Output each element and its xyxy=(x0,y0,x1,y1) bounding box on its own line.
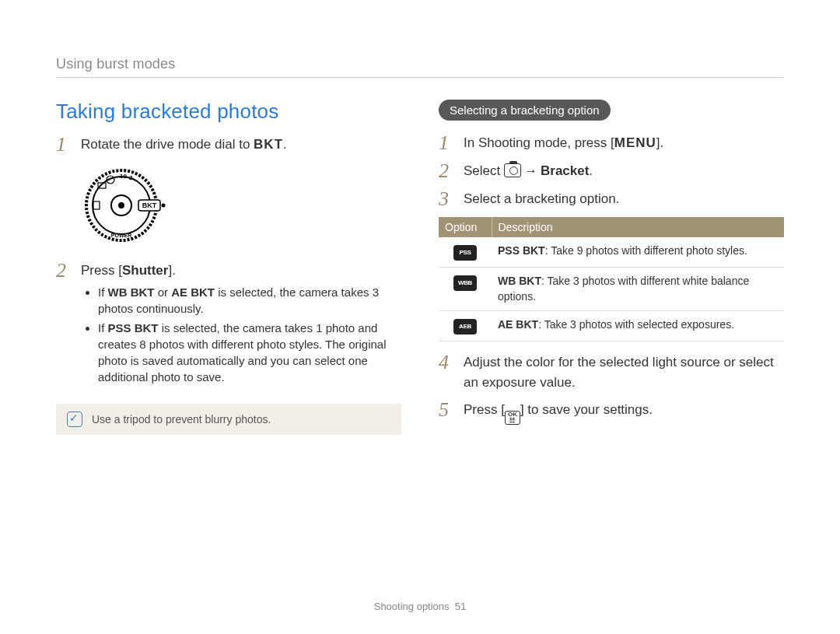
svg-text:POWER: POWER xyxy=(111,233,131,238)
step-number-1: 1 xyxy=(56,135,70,155)
drive-mode-dial-graphic: BKT POWER 10 2 xyxy=(82,163,401,251)
r-step-4-text: Adjust the color for the selected light … xyxy=(464,352,784,392)
wb-bkt-icon: WBB xyxy=(453,275,477,291)
row3-t: : Take 3 photos with selected exposures. xyxy=(538,318,734,331)
step-1: 1 Rotate the drive mode dial to BKT. xyxy=(56,135,401,155)
row1-t: : Take 9 photos with different photo sty… xyxy=(545,244,747,257)
svg-point-3 xyxy=(118,202,124,208)
step-2-body: Press [Shutter]. If WB BKT or AE BKT is … xyxy=(81,261,401,388)
row1-b: PSS BKT xyxy=(498,244,545,257)
step-2: 2 Press [Shutter]. If WB BKT or AE BKT i… xyxy=(56,261,401,388)
row3-desc: AE BKT: Take 3 photos with selected expo… xyxy=(492,311,784,342)
r-step-3-text: Select a bracketing option. xyxy=(464,189,784,209)
r-step-number-5: 5 xyxy=(439,400,453,425)
menu-icon-text: MENU xyxy=(614,135,656,150)
r-step-2: 2 Select →Bracket. xyxy=(439,161,784,181)
svg-text:10: 10 xyxy=(120,173,127,180)
r-step-5-text: Press [OK☷] to save your settings. xyxy=(464,400,784,425)
s2-post: . xyxy=(589,163,593,178)
ae-bkt-icon: AEB xyxy=(453,319,477,335)
tip-box: Use a tripod to prevent blurry photos. xyxy=(56,404,401,435)
s5-post: ] to save your settings. xyxy=(520,402,653,417)
subsection-pill: Selecting a bracketing option xyxy=(439,100,611,121)
r-step-number-1: 1 xyxy=(439,133,453,153)
svg-text:2: 2 xyxy=(129,174,133,181)
pss-bkt-icon: PSS xyxy=(453,245,477,261)
topic-heading: Taking bracketed photos xyxy=(56,100,401,124)
b1-pre: If xyxy=(98,285,108,299)
bullet-2: If PSS BKT is selected, the camera takes… xyxy=(98,320,401,385)
r-step-3: 3 Select a bracketing option. xyxy=(439,189,784,209)
r-step-4: 4 Adjust the color for the selected ligh… xyxy=(439,352,784,392)
right-column: Selecting a bracketing option 1 In Shoot… xyxy=(439,100,784,435)
tip-text: Use a tripod to prevent blurry photos. xyxy=(92,413,271,426)
step-1-text: Rotate the drive mode dial to BKT. xyxy=(81,135,401,155)
s2-pre: Select xyxy=(464,163,504,178)
svg-rect-12 xyxy=(93,201,100,209)
camera-icon xyxy=(504,163,521,177)
svg-text:BKT: BKT xyxy=(142,201,157,209)
table-row: PSS PSS BKT: Take 9 photos with differen… xyxy=(439,237,784,268)
footer-label: Shooting options xyxy=(374,601,450,612)
row3-b: AE BKT xyxy=(498,318,538,331)
arrow-icon: → xyxy=(524,163,537,178)
r-step-2-text: Select →Bracket. xyxy=(464,161,784,181)
row2-b: WB BKT xyxy=(498,275,541,287)
step-1-post: . xyxy=(283,137,287,152)
th-description: Description xyxy=(492,217,784,237)
step-1-pre: Rotate the drive mode dial to xyxy=(81,137,254,152)
left-column: Taking bracketed photos 1 Rotate the dri… xyxy=(56,100,401,435)
table-row: WBB WB BKT: Take 3 photos with different… xyxy=(439,268,784,311)
svg-point-6 xyxy=(162,204,166,208)
tip-check-icon xyxy=(67,412,82,427)
th-option: Option xyxy=(439,217,492,237)
s1-post: ]. xyxy=(656,135,663,150)
page-footer: Shooting options 51 xyxy=(0,601,840,612)
section-header: Using burst modes xyxy=(56,56,784,78)
bullet-1: If WB BKT or AE BKT is selected, the cam… xyxy=(98,284,401,317)
row1-desc: PSS BKT: Take 9 photos with different ph… xyxy=(492,237,784,268)
bracketing-options-table: Option Description PSS PSS BKT: Take 9 p… xyxy=(439,217,784,342)
row2-desc: WB BKT: Take 3 photos with different whi… xyxy=(492,268,784,311)
shutter-label: Shutter xyxy=(122,263,169,278)
b2-pre: If xyxy=(98,321,108,335)
s2-bracket: Bracket xyxy=(541,163,589,178)
b1-wb: WB BKT xyxy=(108,285,155,299)
step-2-pre: Press [ xyxy=(81,263,122,278)
table-row: AEB AE BKT: Take 3 photos with selected … xyxy=(439,311,784,342)
content-columns: Taking bracketed photos 1 Rotate the dri… xyxy=(56,100,784,435)
step-2-bullets: If WB BKT or AE BKT is selected, the cam… xyxy=(98,284,401,385)
s1-pre: In Shooting mode, press [ xyxy=(464,135,614,150)
b1-ae: AE BKT xyxy=(171,285,215,299)
r-step-1: 1 In Shooting mode, press [MENU]. xyxy=(439,133,784,153)
bkt-icon-text: BKT xyxy=(254,137,283,152)
r-step-number-3: 3 xyxy=(439,189,453,209)
ok-button-icon: OK☷ xyxy=(505,411,520,425)
s5-pre: Press [ xyxy=(464,402,505,417)
dial-icon: BKT POWER 10 2 xyxy=(82,163,168,248)
r-step-number-2: 2 xyxy=(439,161,453,181)
step-2-post: ]. xyxy=(168,263,175,278)
r-step-5: 5 Press [OK☷] to save your settings. xyxy=(439,400,784,425)
b2-pss: PSS BKT xyxy=(108,321,159,335)
r-step-1-text: In Shooting mode, press [MENU]. xyxy=(464,133,784,153)
step-number-2: 2 xyxy=(56,261,70,388)
page-number: 51 xyxy=(455,601,466,612)
r-step-number-4: 4 xyxy=(439,352,453,392)
b1-mid: or xyxy=(155,285,172,299)
ok-bot: ☷ xyxy=(509,418,515,424)
